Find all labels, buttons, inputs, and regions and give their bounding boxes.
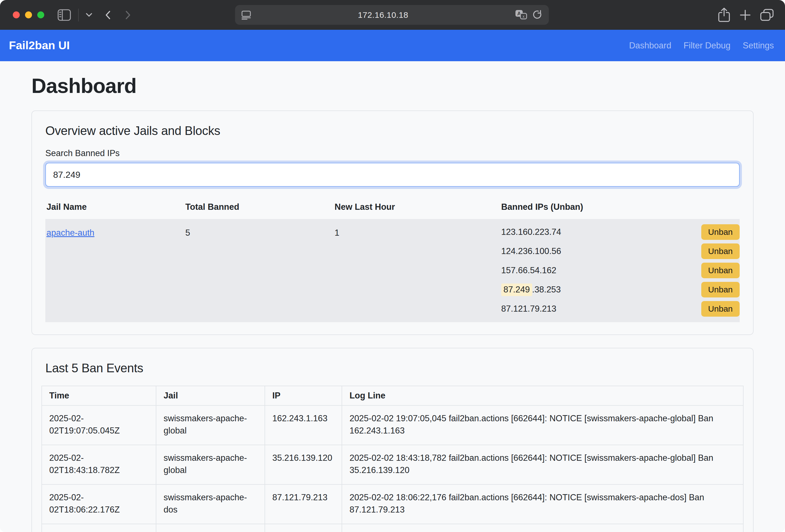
new-tab-button[interactable] bbox=[739, 9, 751, 21]
jail-name-link[interactable]: apache-auth bbox=[47, 228, 94, 237]
unban-button[interactable]: Unban bbox=[701, 224, 740, 240]
tab-overview-icon bbox=[760, 9, 774, 21]
forward-button[interactable] bbox=[125, 10, 131, 20]
event-log-line: 2025-02-02 19:07:05,045 fail2ban.actions… bbox=[342, 405, 743, 445]
jail-row: apache-auth 5 1 123.160.223.74 Unban bbox=[45, 219, 740, 322]
svg-text:x: x bbox=[523, 14, 525, 19]
unban-button[interactable]: Unban bbox=[701, 301, 740, 316]
events-col-log-line: Log Line bbox=[342, 386, 743, 405]
app-navbar: Fail2ban UI Dashboard Filter Debug Setti… bbox=[0, 30, 785, 61]
forward-icon bbox=[125, 10, 131, 20]
search-banned-ips-input[interactable] bbox=[45, 163, 740, 187]
banned-ip: 123.160.223.74 bbox=[501, 227, 561, 237]
event-jail: swissmakers-apache-global bbox=[156, 445, 265, 484]
event-ip: 87.121.79.213 bbox=[265, 484, 342, 524]
event-time: 2025-02-02T18:06:21.992Z bbox=[42, 524, 156, 532]
nav-link-filter-debug[interactable]: Filter Debug bbox=[683, 41, 731, 51]
ban-events-card-title: Last 5 Ban Events bbox=[45, 361, 743, 375]
event-log-line: 2025-02-02 18:06:22,176 fail2ban.actions… bbox=[342, 484, 743, 524]
sidebar-menu-button[interactable] bbox=[86, 13, 92, 17]
banned-ip-row: 87.249.38.253 Unban bbox=[500, 280, 740, 299]
traffic-lights bbox=[13, 11, 44, 18]
unban-button[interactable]: Unban bbox=[701, 244, 740, 259]
ban-event-row: 2025-02-02T19:07:05.045Z swissmakers-apa… bbox=[42, 405, 743, 445]
event-time: 2025-02-02T18:43:18.782Z bbox=[42, 445, 156, 484]
nav-link-dashboard[interactable]: Dashboard bbox=[629, 41, 671, 51]
reload-icon[interactable] bbox=[532, 10, 543, 20]
jails-col-jail-name: Jail Name bbox=[45, 195, 184, 219]
sidebar-toggle-button[interactable] bbox=[57, 9, 71, 21]
nav-link-settings[interactable]: Settings bbox=[743, 41, 774, 51]
banned-ip: 87.249.38.253 bbox=[501, 285, 561, 295]
search-banned-ips-label: Search Banned IPs bbox=[45, 148, 740, 158]
event-time: 2025-02-02T19:07:05.045Z bbox=[42, 405, 156, 445]
search-match-highlight: 87.249 bbox=[501, 283, 532, 296]
events-col-jail: Jail bbox=[156, 386, 265, 405]
url-text[interactable]: 172.16.10.18 bbox=[251, 10, 515, 20]
banned-ip-row: 87.121.79.213 Unban bbox=[500, 299, 740, 318]
banned-ip-list: 123.160.223.74 Unban 124.236.100.56 Unba… bbox=[500, 222, 740, 318]
share-icon bbox=[718, 7, 731, 23]
jails-table: Jail Name Total Banned New Last Hour Ban… bbox=[45, 195, 740, 322]
page-title: Dashboard bbox=[31, 74, 754, 98]
banned-ip-row: 123.160.223.74 Unban bbox=[500, 222, 740, 242]
event-jail: swissmakers-apache-dos bbox=[156, 484, 265, 524]
event-ip: 162.243.1.163 bbox=[265, 405, 342, 445]
browser-window: 172.16.10.18 A x bbox=[0, 0, 785, 532]
ban-event-row: 2025-02-02T18:43:18.782Z swissmakers-apa… bbox=[42, 445, 743, 484]
new-tab-icon bbox=[739, 9, 751, 21]
browser-chrome: 172.16.10.18 A x bbox=[0, 0, 785, 30]
banned-ip: 157.66.54.162 bbox=[501, 265, 556, 276]
back-icon bbox=[105, 10, 111, 20]
toolbar-divider bbox=[78, 9, 79, 21]
event-ip: 35.216.139.120 bbox=[265, 445, 342, 484]
share-button[interactable] bbox=[718, 7, 731, 23]
minimize-window-button[interactable] bbox=[25, 11, 32, 18]
unban-button[interactable]: Unban bbox=[701, 282, 740, 298]
event-jail: apache-auth bbox=[156, 524, 265, 532]
address-bar[interactable]: 172.16.10.18 A x bbox=[235, 5, 549, 25]
sidebar-icon bbox=[57, 9, 71, 21]
banned-ip-row: 124.236.100.56 Unban bbox=[500, 242, 740, 261]
ban-events-table: Time Jail IP Log Line 2025-02-02T19:07:0… bbox=[42, 386, 743, 532]
jails-col-new-last-hour: New Last Hour bbox=[333, 195, 500, 219]
events-col-ip: IP bbox=[265, 386, 342, 405]
zoom-window-button[interactable] bbox=[37, 11, 44, 18]
brand[interactable]: Fail2ban UI bbox=[9, 39, 70, 52]
event-time: 2025-02-02T18:06:22.176Z bbox=[42, 484, 156, 524]
jails-col-total-banned: Total Banned bbox=[184, 195, 333, 219]
close-window-button[interactable] bbox=[13, 11, 20, 18]
translate-icon[interactable]: A x bbox=[515, 9, 528, 21]
banned-ip: 124.236.100.56 bbox=[501, 246, 561, 256]
event-log-line: 2025-02-02 18:43:18,782 fail2ban.actions… bbox=[342, 445, 743, 484]
reader-icon[interactable] bbox=[241, 10, 251, 20]
unban-button[interactable]: Unban bbox=[701, 263, 740, 278]
banned-ip: 87.121.79.213 bbox=[501, 304, 556, 314]
jails-col-banned-ips: Banned IPs (Unban) bbox=[500, 195, 740, 219]
ban-event-row: 2025-02-02T18:06:21.992Z apache-auth 87.… bbox=[42, 524, 743, 532]
back-button[interactable] bbox=[105, 10, 111, 20]
overview-card: Overview active Jails and Blocks Search … bbox=[31, 110, 754, 335]
tab-overview-button[interactable] bbox=[760, 9, 774, 21]
overview-card-title: Overview active Jails and Blocks bbox=[45, 124, 740, 138]
banned-ip-row: 157.66.54.162 Unban bbox=[500, 261, 740, 280]
new-last-hour-value: 1 bbox=[333, 219, 500, 322]
event-ip: 87.121.79.213 bbox=[265, 524, 342, 532]
page-content: Dashboard Overview active Jails and Bloc… bbox=[0, 61, 785, 532]
event-log-line: 2025-02-02 18:06:21,992 fail2ban.actions… bbox=[342, 524, 743, 532]
events-col-time: Time bbox=[42, 386, 156, 405]
total-banned-value: 5 bbox=[184, 219, 333, 322]
event-jail: swissmakers-apache-global bbox=[156, 405, 265, 445]
ban-event-row: 2025-02-02T18:06:22.176Z swissmakers-apa… bbox=[42, 484, 743, 524]
ban-events-card: Last 5 Ban Events Time Jail IP Log Line bbox=[31, 348, 754, 532]
chevron-down-icon bbox=[86, 13, 92, 17]
